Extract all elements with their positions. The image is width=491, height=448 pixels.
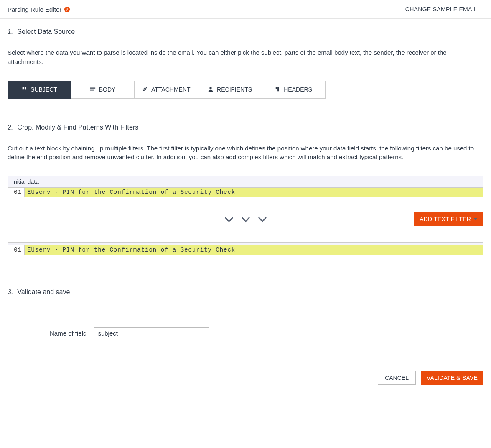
step2-number: 2. [8, 124, 13, 131]
help-icon[interactable]: ? [64, 6, 70, 13]
tab-recipients-label: RECIPIENTS [217, 86, 252, 93]
line-text: EUserv - PIN for the Confirmation of a S… [25, 188, 483, 197]
pilcrow-icon [275, 86, 280, 93]
line-text: EUserv - PIN for the Confirmation of a S… [25, 245, 483, 255]
caret-down-icon [473, 216, 478, 222]
add-text-filter-button[interactable]: ADD TEXT FILTER [414, 212, 483, 226]
tab-subject[interactable]: SUBJECT [8, 81, 71, 99]
svg-point-5 [209, 87, 211, 89]
chevron-down-icon [241, 216, 251, 224]
tab-subject-label: SUBJECT [31, 86, 57, 93]
field-name-label: Name of field [50, 330, 86, 337]
line-number: 01 [8, 188, 25, 197]
quote-icon [21, 86, 27, 93]
result-data-line: 01 EUserv - PIN for the Confirmation of … [8, 245, 483, 255]
tab-body[interactable]: BODY [71, 81, 135, 99]
tab-attachment-label: ATTACHMENT [151, 86, 191, 93]
change-sample-email-button[interactable]: CHANGE SAMPLE EMAIL [399, 3, 483, 15]
page-title-text: Parsing Rule Editor [8, 6, 61, 13]
page-title: Parsing Rule Editor ? [8, 6, 70, 13]
add-text-filter-label: ADD TEXT FILTER [420, 216, 471, 222]
step1-title: Select Data Source [17, 28, 75, 36]
step2-title: Crop, Modify & Find Patterns With Filter… [17, 124, 138, 131]
paperclip-icon [142, 86, 148, 93]
initial-data-preview: Initial data 01 EUserv - PIN for the Con… [8, 176, 483, 197]
initial-data-line: 01 EUserv - PIN for the Confirmation of … [8, 188, 483, 197]
chevron-down-icon [224, 216, 234, 224]
align-icon [90, 86, 96, 93]
tab-body-label: BODY [99, 86, 116, 93]
chevron-down-icon [257, 216, 267, 224]
tab-headers-label: HEADERS [284, 86, 312, 93]
svg-rect-4 [90, 89, 94, 90]
tab-attachment[interactable]: ATTACHMENT [135, 81, 198, 99]
user-icon [208, 86, 214, 93]
svg-text:?: ? [66, 7, 69, 12]
validate-save-button[interactable]: VALIDATE & SAVE [421, 371, 483, 385]
result-data-preview: 01 EUserv - PIN for the Confirmation of … [8, 242, 483, 255]
tab-recipients[interactable]: RECIPIENTS [198, 81, 262, 99]
step1-description: Select where the data you want to parse … [8, 48, 483, 66]
line-number: 01 [8, 245, 25, 255]
field-name-input[interactable] [94, 327, 209, 339]
initial-data-header: Initial data [8, 176, 483, 188]
data-source-tabs: SUBJECT BODY ATTACHMENT RECIPIENTS HEADE… [8, 81, 483, 99]
cancel-button[interactable]: CANCEL [378, 371, 416, 385]
svg-rect-3 [90, 88, 95, 89]
step2-description: Cut out a text block by chaining up mult… [8, 144, 483, 162]
svg-rect-2 [90, 87, 95, 87]
step1-number: 1. [8, 28, 13, 36]
step3-title: Validate and save [17, 288, 70, 296]
step3-number: 3. [8, 288, 13, 296]
svg-marker-6 [473, 218, 478, 220]
validate-box: Name of field [8, 313, 483, 354]
tab-headers[interactable]: HEADERS [262, 81, 326, 99]
